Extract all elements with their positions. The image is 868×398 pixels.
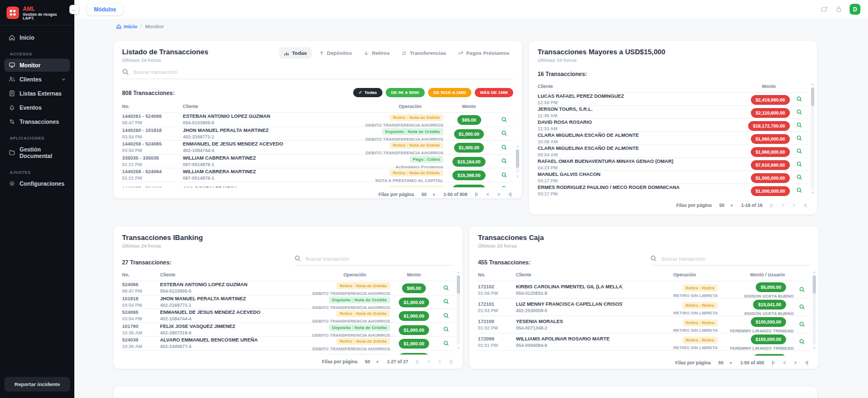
scroll-up-icon[interactable]: ▲ [813, 270, 816, 274]
view-transaction-button[interactable] [790, 148, 808, 154]
view-transaction-button[interactable] [438, 313, 454, 319]
last-page-button[interactable]: >| [803, 203, 806, 208]
sidebar-item-clientes[interactable]: Clientes [4, 73, 70, 86]
table-row[interactable]: 52406606:47 PM ESTEBAN ANTONIO LOPEZ GUZ… [122, 281, 454, 295]
table-scrollbar[interactable]: ▲ ▼ [810, 82, 815, 195]
sidebar-item-configuraciones[interactable]: Configuraciones [4, 177, 70, 190]
table-row[interactable]: DAVID ROSA ROSARIO11:33 AM $19,172,700.0… [538, 118, 808, 131]
table-row[interactable]: 52403910:36 AM ALVARO EMMANUEL BENCOSME … [122, 336, 454, 350]
user-avatar[interactable]: D [850, 4, 860, 15]
table-row[interactable]: 52406503:54 PM ENMANUEL DE JESUS MENDEZ … [122, 308, 454, 323]
table-row[interactable]: 1440259 - 52406503:54 PM ENMANUEL DE JES… [122, 140, 513, 154]
view-transaction-button[interactable] [495, 172, 513, 178]
view-transaction-button[interactable] [790, 174, 808, 180]
table-row[interactable]: 17210101:03 PM LUZ MENNY FRANCISCA CAPEL… [478, 298, 810, 315]
modules-button[interactable]: Módulos [87, 4, 123, 15]
sidebar-collapse-button[interactable]: ← [69, 5, 79, 14]
table-row[interactable]: 17209901:01 PM WILLIAMS APOLINAR ROSARIO… [478, 333, 810, 350]
scroll-up-icon[interactable]: ▲ [516, 144, 519, 148]
search-input[interactable] [661, 256, 810, 262]
view-transaction-button[interactable] [495, 158, 513, 164]
lock-icon[interactable] [835, 5, 843, 13]
rows-per-page-select[interactable]: 50▼ [719, 203, 733, 208]
table-row[interactable]: 1440257 - 524063 ANA GONZALEZ MEJIA Reti… [122, 182, 513, 188]
table-row[interactable]: 1440260 - 10181803:54 PM JHON MANUEL PER… [122, 127, 513, 141]
sidebar-item-transacciones[interactable]: Transacciones [4, 115, 70, 128]
tab-retiros[interactable]: Retiros [359, 47, 394, 59]
prev-page-button[interactable]: < [427, 359, 430, 364]
last-page-button[interactable]: >| [508, 192, 511, 197]
table-row[interactable]: 17210201:06 PM KIRBIS CAROLINA PIMENTEL … [478, 281, 810, 298]
first-page-button[interactable]: |< [771, 360, 774, 365]
view-transaction-button[interactable] [794, 339, 810, 345]
sidebar-item-gestion-documental[interactable]: Gestión Documental [4, 143, 70, 162]
table-row[interactable]: JERSON TOURS, S.R.L.11:39 AM $2,110,600.… [538, 105, 808, 118]
scroll-down-icon[interactable]: ▼ [811, 191, 814, 195]
next-page-button[interactable]: > [497, 192, 500, 197]
table-row[interactable]: 10179010:36 AM FELIX JOSE VASQUEZ JIMENE… [122, 323, 454, 337]
view-transaction-button[interactable] [794, 304, 810, 310]
amount-filter-chip[interactable]: ✓Todas [353, 88, 382, 97]
first-page-button[interactable]: |< [475, 192, 477, 197]
view-transaction-button[interactable] [790, 109, 808, 115]
view-transaction-button[interactable] [495, 186, 513, 187]
amount-filter-chip[interactable]: MÁS DE 1MM [475, 88, 513, 97]
rows-per-page-select[interactable]: 50▼ [365, 359, 379, 364]
view-transaction-button[interactable] [438, 354, 454, 355]
tab-todas[interactable]: Todas [279, 47, 311, 59]
view-transaction-button[interactable] [438, 299, 454, 305]
view-transaction-button[interactable] [438, 326, 454, 332]
search-input[interactable] [305, 256, 454, 262]
view-transaction-button[interactable] [438, 340, 454, 346]
view-transaction-button[interactable] [495, 130, 513, 136]
table-row[interactable]: 17210001:02 PM YESENIA MORALES054-007134… [478, 315, 810, 333]
report-incident-button[interactable]: Reportar incidente [4, 377, 70, 391]
table-row[interactable]: LUCAS RAFAEL PEREZ DOMINGUEZ12:59 PM $2,… [538, 92, 808, 105]
next-page-button[interactable]: > [438, 359, 441, 364]
table-row[interactable]: 1440261 - 52406606:47 PM ESTEBAN ANTONIO… [122, 112, 513, 127]
table-row[interactable]: 172098 YAJAIRA TEJADA ESTRELLA Retiro : … [478, 350, 810, 356]
tab-pagos-prestamos[interactable]: Pagos Préstamos [453, 47, 514, 59]
table-row[interactable]: MANUEL GALVIS CHACON03:17 PM $1,000,000.… [538, 170, 808, 184]
view-transaction-button[interactable] [794, 287, 810, 293]
amount-filter-chip[interactable]: DE 0K A 500K [386, 88, 425, 97]
view-transaction-button[interactable] [790, 135, 808, 141]
rows-per-page-select[interactable]: 50▼ [718, 360, 732, 365]
scroll-up-icon[interactable]: ▲ [811, 82, 814, 86]
table-row[interactable]: CLARA MIGUELINA ESCAÑO DE ALMONTE10:08 A… [538, 131, 808, 144]
table-row[interactable]: CLARA MIGUELINA ESCAÑO DE ALMONTE09:54 A… [538, 144, 808, 157]
tab-depositos[interactable]: Depósitos [314, 47, 357, 59]
table-row[interactable]: 10181803:54 PM JHON MANUEL PERALTA MARTI… [122, 295, 454, 309]
view-transaction-button[interactable] [794, 321, 810, 327]
first-page-button[interactable]: |< [416, 359, 418, 364]
table-row[interactable]: 1440258 - 52406401:21 PM WILLIAM CABRERA… [122, 168, 513, 182]
view-transaction-button[interactable] [438, 285, 454, 291]
breadcrumb-home[interactable]: Inicio [116, 23, 137, 29]
view-transaction-button[interactable] [790, 96, 808, 102]
scroll-up-icon[interactable]: ▲ [457, 270, 460, 274]
view-transaction-button[interactable] [495, 144, 513, 150]
scroll-down-icon[interactable]: ▼ [813, 346, 816, 350]
search-input[interactable] [133, 69, 513, 75]
table-row[interactable]: ERMES RODRIGUEZ PAULINO / MECO ROGER DOM… [538, 184, 808, 197]
prev-page-button[interactable]: < [487, 192, 489, 197]
sidebar-item-listas-externas[interactable]: Listas Externas [4, 87, 70, 100]
table-scrollbar[interactable]: ▲ ▼ [812, 270, 816, 350]
sidebar-item-monitor[interactable]: Monitor [4, 59, 70, 72]
next-page-button[interactable]: > [793, 203, 795, 208]
view-transaction-button[interactable] [790, 187, 808, 193]
prev-page-button[interactable]: < [783, 360, 786, 365]
table-scrollbar[interactable]: ▲ ▼ [456, 270, 461, 350]
screen-share-icon[interactable] [820, 5, 828, 13]
table-row[interactable]: 335035 - 33503501:21 PM WILLIAM CABRERA … [122, 154, 513, 168]
first-page-button[interactable]: |< [770, 203, 773, 208]
view-transaction-button[interactable] [790, 161, 808, 167]
scroll-down-icon[interactable]: ▼ [516, 174, 519, 179]
tab-transferencias[interactable]: Transferencias [397, 47, 451, 59]
view-transaction-button[interactable] [790, 122, 808, 128]
table-scrollbar[interactable]: ▲ ▼ [515, 144, 520, 179]
view-transaction-button[interactable] [495, 117, 513, 123]
sidebar-item-inicio[interactable]: Inicio [4, 31, 70, 44]
last-page-button[interactable]: >| [449, 359, 452, 364]
table-row[interactable]: RAFAEL OMAR BUENAVENTURA MINAYA GENAO (O… [538, 157, 808, 170]
